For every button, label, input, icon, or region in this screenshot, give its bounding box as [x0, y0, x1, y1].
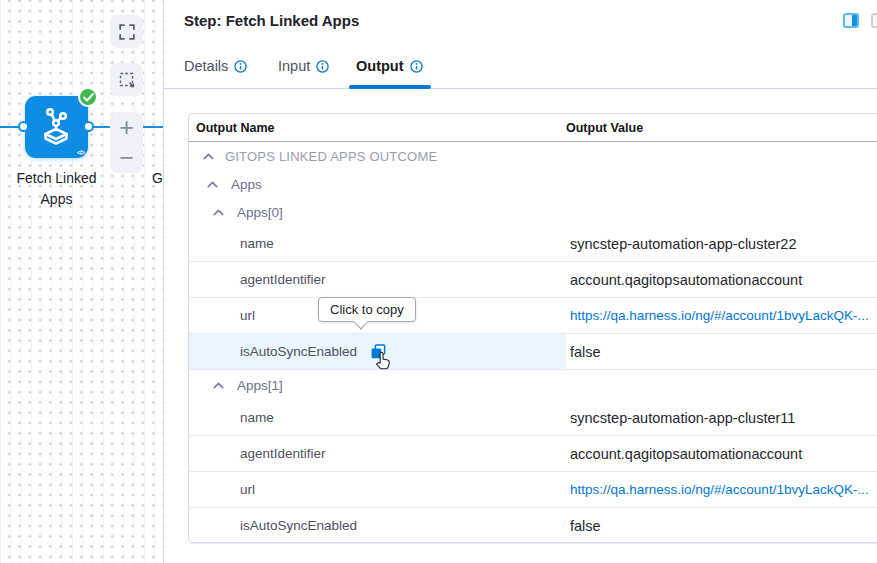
tree-label: Apps	[231, 177, 262, 192]
table-row: url https://qa.harness.io/ng/#/account/1…	[189, 472, 877, 508]
output-value: false	[566, 508, 877, 543]
panel-layout-toggle-icon[interactable]	[843, 13, 859, 28]
zoom-in-button[interactable]: +	[110, 112, 143, 143]
code-glyph: </>	[77, 149, 84, 156]
output-key[interactable]: name	[189, 226, 566, 261]
next-node-label-partial: G	[152, 170, 163, 186]
output-value: account.qagitopsautomationaccount	[566, 436, 877, 471]
output-key[interactable]: agentIdentifier	[189, 436, 566, 471]
node-out-port[interactable]	[83, 121, 94, 132]
output-value: syncstep-automation-app-cluster11	[566, 400, 877, 435]
success-check-icon	[78, 87, 98, 107]
tab-input[interactable]: Input	[278, 58, 329, 74]
step-node-fetch-linked-apps[interactable]: </>	[25, 96, 88, 158]
tree-label: Apps[1]	[237, 378, 283, 393]
table-row: name syncstep-automation-app-cluster11	[189, 400, 877, 436]
output-value: account.qagitopsautomationaccount	[566, 262, 877, 297]
info-icon[interactable]	[234, 60, 247, 73]
table-row: name syncstep-automation-app-cluster22	[189, 226, 877, 262]
output-value-link[interactable]: https://qa.harness.io/ng/#/account/1bvyL…	[566, 298, 877, 333]
step-details-panel: Step: Fetch Linked Apps Details Input Ou…	[164, 0, 877, 563]
output-key[interactable]: agentIdentifier	[189, 262, 566, 297]
tree-row-outcome[interactable]: GITOPS LINKED APPS OUTCOME	[189, 142, 877, 170]
chevron-up-icon[interactable]	[213, 382, 224, 389]
table-row: agentIdentifier account.qagitopsautomati…	[189, 262, 877, 298]
zoom-controls: + −	[110, 112, 143, 173]
panel-expand-icon[interactable]	[871, 13, 877, 28]
table-header-row: Output Name Output Value	[189, 114, 877, 142]
active-tab-indicator	[349, 85, 431, 89]
select-region-button[interactable]	[110, 63, 143, 96]
output-key[interactable]: isAutoSyncEnabled	[189, 334, 566, 369]
table-row-hovered: isAutoSyncEnabled false	[189, 334, 877, 370]
column-output-name: Output Name	[189, 121, 566, 135]
tab-details[interactable]: Details	[184, 58, 247, 74]
panel-divider	[163, 0, 164, 563]
fullscreen-icon	[119, 24, 135, 40]
panel-title: Step: Fetch Linked Apps	[184, 12, 359, 29]
output-key-label: isAutoSyncEnabled	[240, 344, 357, 359]
fullscreen-button[interactable]	[110, 15, 143, 48]
tab-output[interactable]: Output	[356, 58, 423, 74]
output-value: false	[566, 334, 877, 369]
output-table: Output Name Output Value GITOPS LINKED A…	[188, 113, 877, 543]
copy-to-clipboard-button[interactable]	[371, 344, 386, 359]
info-icon[interactable]	[316, 60, 329, 73]
chevron-up-icon[interactable]	[203, 153, 214, 160]
output-key[interactable]: isAutoSyncEnabled	[189, 508, 566, 543]
chevron-up-icon[interactable]	[213, 209, 224, 216]
tabs-bottom-border	[164, 88, 877, 89]
tree-row-apps[interactable]: Apps	[189, 170, 877, 198]
table-row: agentIdentifier account.qagitopsautomati…	[189, 436, 877, 472]
column-output-value: Output Value	[566, 121, 643, 135]
zoom-out-button[interactable]: −	[110, 143, 143, 174]
copy-tooltip: Click to copy	[318, 297, 416, 322]
output-key[interactable]: url	[189, 472, 566, 507]
chevron-up-icon[interactable]	[207, 181, 218, 188]
info-icon[interactable]	[410, 60, 423, 73]
output-value-link[interactable]: https://qa.harness.io/ng/#/account/1bvyL…	[566, 472, 877, 507]
tab-output-label: Output	[356, 58, 404, 74]
output-value: syncstep-automation-app-cluster22	[566, 226, 877, 261]
pipeline-canvas[interactable]: </> Fetch Linked Apps G + −	[0, 0, 163, 563]
tree-row-apps0[interactable]: Apps[0]	[189, 198, 877, 226]
gitops-app-icon	[36, 105, 76, 147]
tab-details-label: Details	[184, 58, 228, 74]
table-row: isAutoSyncEnabled false	[189, 508, 877, 544]
tree-label: GITOPS LINKED APPS OUTCOME	[225, 149, 437, 164]
node-in-port[interactable]	[18, 121, 29, 132]
tree-label: Apps[0]	[237, 205, 283, 220]
tree-row-apps1[interactable]: Apps[1]	[189, 370, 877, 400]
tab-input-label: Input	[278, 58, 310, 74]
table-row: url https://qa.harness.io/ng/#/account/1…	[189, 298, 877, 334]
node-label: Fetch Linked Apps	[0, 168, 113, 210]
marquee-selection-icon	[119, 72, 135, 88]
hand-pointer-cursor	[375, 351, 394, 375]
output-key[interactable]: name	[189, 400, 566, 435]
